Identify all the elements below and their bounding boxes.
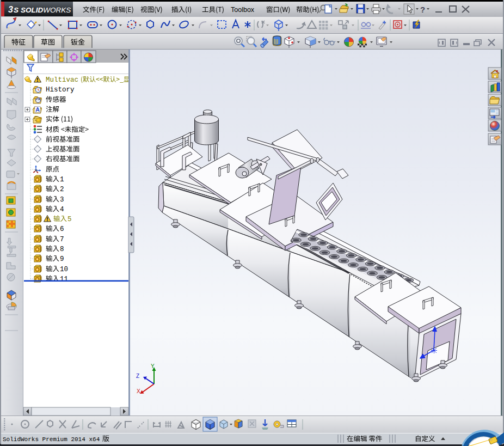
svg-text:10: 10 — [60, 266, 68, 273]
svg-text:2: 2 — [60, 186, 64, 193]
svg-text:X: X — [137, 388, 140, 394]
svg-text:11: 11 — [60, 276, 68, 283]
svg-text:7: 7 — [60, 236, 64, 243]
svg-text:4: 4 — [60, 206, 64, 213]
svg-text:Toolbox: Toolbox — [231, 6, 255, 14]
svg-text:6: 6 — [60, 225, 64, 233]
svg-text:SOLIDWORKS: SOLIDWORKS — [21, 6, 71, 14]
svg-text:3: 3 — [8, 5, 13, 14]
svg-text:8: 8 — [60, 246, 64, 253]
svg-text:?: ? — [420, 5, 425, 14]
svg-text:History: History — [46, 86, 75, 94]
svg-text:Z: Z — [136, 373, 139, 379]
svg-text:5: 5 — [67, 216, 72, 223]
svg-text:1: 1 — [60, 176, 64, 184]
svg-text:S: S — [14, 6, 19, 14]
svg-text:3: 3 — [60, 196, 64, 204]
svg-text:SolidWorks Premium 2014 x64: SolidWorks Premium 2014 x64 — [3, 436, 100, 443]
svg-text:Y: Y — [151, 363, 155, 369]
svg-text:Multivac: Multivac — [46, 76, 78, 84]
svg-text:9: 9 — [60, 255, 64, 263]
